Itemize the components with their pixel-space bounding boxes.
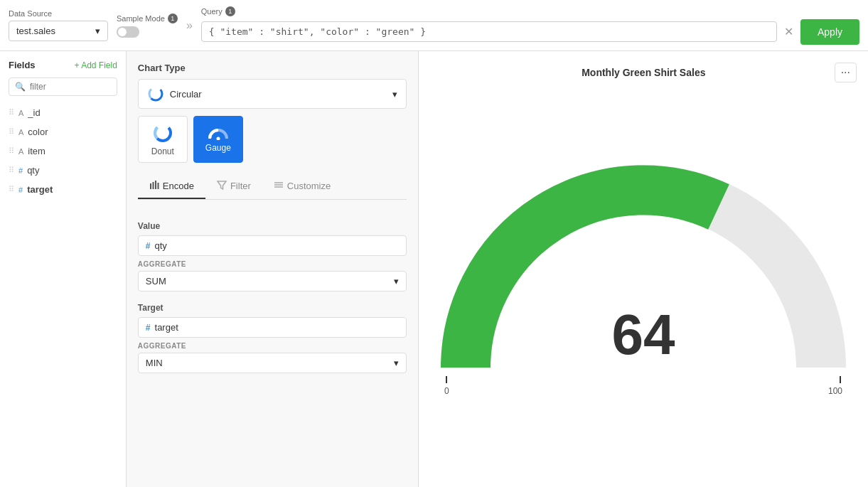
- drag-handle: ⠿: [9, 185, 14, 194]
- field-item-color[interactable]: ⠿ A color: [0, 122, 126, 141]
- chart-subtypes: Donut Gauge: [138, 116, 407, 163]
- apply-button[interactable]: Apply: [800, 19, 859, 45]
- tab-bar: Encode Filter Customize: [138, 174, 407, 200]
- chart-title: Monthly Green Shirt Sales: [453, 67, 835, 78]
- arrow-separator: »: [186, 19, 193, 32]
- target-aggregate-label: AGGREGATE: [138, 342, 407, 350]
- field-type-icon-target: #: [18, 186, 23, 194]
- search-icon: 🔍: [15, 82, 26, 92]
- field-name-qty: qty: [27, 165, 39, 176]
- drag-handle: ⠿: [9, 146, 14, 156]
- value-hash-icon: #: [146, 241, 151, 251]
- query-badge: 1: [225, 6, 235, 16]
- svg-point-2: [152, 90, 159, 97]
- gauge-label: Gauge: [205, 143, 231, 153]
- value-field-name: qty: [155, 240, 167, 251]
- value-aggregate-select[interactable]: SUM ▾: [138, 271, 407, 291]
- toggle-thumb: [118, 28, 127, 36]
- gauge-min-label: 0: [444, 386, 449, 396]
- sidebar: Fields + Add Field 🔍 ⠿ A _id ⠿ A color ⠿…: [0, 51, 127, 487]
- tab-customize[interactable]: Customize: [262, 174, 342, 199]
- field-name-color: color: [28, 127, 48, 137]
- toggle-track[interactable]: [117, 26, 139, 38]
- value-field-pill: # qty: [138, 235, 407, 256]
- value-section: Value # qty AGGREGATE SUM ▾: [138, 221, 407, 291]
- chart-type-label: Chart Type: [138, 63, 407, 73]
- gauge-container: 64 0 100: [430, 161, 857, 403]
- filter-tab-label: Filter: [230, 181, 251, 191]
- sample-mode-label: Sample Mode 1: [117, 14, 178, 23]
- field-name-item: item: [28, 146, 45, 156]
- gauge-icon: [208, 126, 229, 140]
- tab-filter[interactable]: Filter: [205, 174, 262, 199]
- chart-subtype-donut[interactable]: Donut: [138, 116, 188, 163]
- chart-menu-button[interactable]: ···: [835, 63, 857, 82]
- encode-tab-icon: [149, 180, 159, 192]
- main-content: Fields + Add Field 🔍 ⠿ A _id ⠿ A color ⠿…: [0, 51, 868, 487]
- field-type-icon-id: A: [18, 109, 23, 117]
- sidebar-header: Fields + Add Field: [0, 60, 126, 77]
- query-input[interactable]: [201, 21, 777, 42]
- gauge-tick-max: [840, 376, 841, 383]
- chart-header: Monthly Green Shirt Sales ···: [430, 63, 857, 82]
- field-type-icon-qty: #: [18, 166, 23, 175]
- encode-panel: Value # qty AGGREGATE SUM ▾ Target # tar…: [138, 211, 407, 385]
- donut-label: Donut: [151, 146, 174, 156]
- search-box: 🔍: [9, 77, 117, 96]
- value-aggregate-label: AGGREGATE: [138, 260, 407, 268]
- datasource-section: Data Source test.sales ▾: [9, 9, 108, 41]
- gauge-value: 64: [612, 302, 675, 368]
- chart-subtype-gauge[interactable]: Gauge: [193, 116, 243, 163]
- datasource-row: test.sales ▾: [9, 21, 108, 41]
- target-section-label: Target: [138, 303, 407, 313]
- drag-handle: ⠿: [9, 127, 14, 137]
- query-label: Query 1: [201, 6, 859, 16]
- svg-point-6: [216, 137, 220, 141]
- chart-type-chevron: ▾: [392, 89, 397, 100]
- filter-tab-icon: [217, 180, 227, 192]
- chart-canvas: 64 0 100: [430, 88, 857, 476]
- gauge-max-label: 100: [828, 386, 842, 396]
- chart-type-section: Chart Type Circular ▾: [138, 63, 407, 163]
- query-input-row: ✕ Apply: [201, 19, 859, 45]
- svg-rect-10: [157, 183, 159, 189]
- target-field-name: target: [155, 322, 178, 333]
- circular-chart-icon: [147, 85, 164, 102]
- query-section: Query 1 ✕ Apply: [201, 6, 859, 45]
- svg-rect-9: [155, 181, 156, 189]
- value-aggregate-chevron: ▾: [394, 276, 399, 287]
- fields-title: Fields: [9, 60, 36, 70]
- sample-mode-badge: 1: [168, 14, 178, 23]
- target-section: Target # target AGGREGATE MIN ▾: [138, 303, 407, 373]
- top-bar: Data Source test.sales ▾ Sample Mode 1 »…: [0, 0, 868, 51]
- target-aggregate-select[interactable]: MIN ▾: [138, 353, 407, 373]
- field-type-icon-item: A: [18, 147, 23, 156]
- field-item-target[interactable]: ⠿ # target: [0, 180, 126, 199]
- add-field-button[interactable]: + Add Field: [74, 60, 117, 70]
- svg-rect-7: [150, 183, 151, 189]
- chart-type-left: Circular: [147, 85, 202, 102]
- svg-rect-8: [152, 182, 154, 189]
- target-aggregate-chevron: ▾: [394, 358, 399, 368]
- field-item-item[interactable]: ⠿ A item: [0, 141, 126, 161]
- chart-type-dropdown[interactable]: Circular ▾: [138, 79, 407, 109]
- chevron-down-icon: ▾: [95, 26, 100, 36]
- target-field-pill: # target: [138, 317, 407, 338]
- search-input[interactable]: [30, 82, 111, 92]
- datasource-select[interactable]: test.sales ▾: [9, 21, 108, 41]
- customize-tab-icon: [274, 180, 284, 192]
- drag-handle: ⠿: [9, 166, 14, 175]
- field-name-target: target: [27, 184, 53, 195]
- value-section-label: Value: [138, 221, 407, 231]
- field-item-id[interactable]: ⠿ A _id: [0, 103, 126, 122]
- middle-panel: Chart Type Circular ▾: [127, 51, 419, 487]
- sample-mode-toggle[interactable]: [117, 26, 178, 38]
- chart-type-value: Circular: [170, 89, 202, 100]
- chart-area: Monthly Green Shirt Sales ···: [419, 51, 868, 487]
- target-aggregate-value: MIN: [146, 358, 163, 368]
- drag-handle: ⠿: [9, 108, 14, 117]
- field-item-qty[interactable]: ⠿ # qty: [0, 161, 126, 180]
- field-type-icon-color: A: [18, 128, 23, 137]
- tab-encode[interactable]: Encode: [138, 174, 205, 199]
- clear-query-button[interactable]: ✕: [781, 25, 796, 38]
